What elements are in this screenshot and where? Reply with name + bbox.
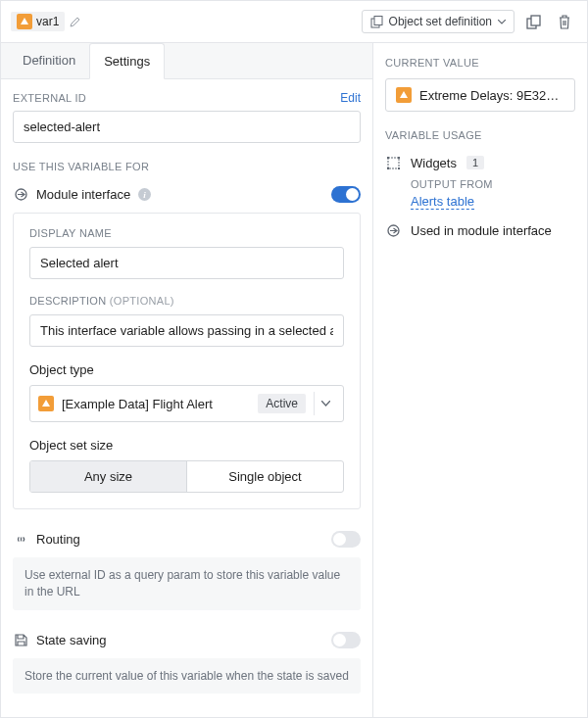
chevron-down-icon (498, 20, 506, 24)
widgets-label: Widgets (411, 156, 457, 170)
display-name-input[interactable] (29, 247, 344, 279)
set-size-single-button[interactable]: Single object (186, 461, 343, 492)
external-id-label: EXTERNAL ID (13, 92, 86, 104)
trash-icon (558, 15, 571, 29)
variable-usage-label: VARIABLE USAGE (385, 129, 575, 141)
set-size-label: Object set size (29, 438, 344, 453)
set-size-any-button[interactable]: Any size (30, 461, 186, 492)
usage-module-row[interactable]: Used in module interface (385, 218, 575, 242)
tabs: Definition Settings (1, 43, 372, 79)
topbar: var1 Object set definition (1, 1, 587, 43)
output-from-label: OUTPUT FROM (411, 178, 575, 190)
duplicate-icon (526, 15, 541, 29)
object-type-status: Active (258, 394, 306, 413)
widgets-count: 1 (466, 156, 484, 169)
routing-label: Routing (36, 532, 80, 547)
external-id-input[interactable] (13, 111, 361, 143)
link-icon (13, 532, 28, 548)
svg-rect-3 (531, 16, 540, 25)
delete-button[interactable] (552, 9, 577, 34)
info-icon[interactable]: i (138, 188, 151, 201)
set-size-segmented: Any size Single object (29, 460, 344, 493)
description-input[interactable] (29, 314, 344, 347)
module-interface-icon (13, 187, 28, 203)
tab-settings[interactable]: Settings (89, 43, 165, 79)
module-interface-card: DISPLAY NAME DESCRIPTION (OPTIONAL) Obje… (13, 213, 361, 509)
current-value-text: Extreme Delays: 9E3285… (419, 88, 564, 103)
right-panel: CURRENT VALUE Extreme Delays: 9E3285… VA… (373, 43, 587, 717)
variable-name: var1 (36, 15, 59, 28)
state-saving-toggle[interactable] (331, 632, 361, 648)
usage-widgets-row[interactable]: Widgets 1 (385, 151, 575, 174)
routing-toggle[interactable] (331, 531, 361, 548)
svg-rect-1 (374, 16, 382, 24)
state-saving-description: Store the current value of this variable… (13, 658, 361, 694)
routing-description: Use external ID as a query param to stor… (13, 557, 361, 610)
use-for-label: USE THIS VARIABLE FOR (13, 161, 361, 172)
display-name-label: DISPLAY NAME (29, 227, 344, 239)
alerts-table-link[interactable]: Alerts table (411, 194, 474, 210)
variable-chip[interactable]: var1 (11, 12, 65, 31)
edit-name-icon[interactable] (69, 15, 82, 28)
edit-external-id-link[interactable]: Edit (340, 91, 361, 105)
settings-panel: EXTERNAL ID Edit USE THIS VARIABLE FOR M… (1, 79, 372, 717)
tab-definition[interactable]: Definition (9, 43, 89, 78)
duplicate-button[interactable] (520, 9, 546, 34)
current-value-box[interactable]: Extreme Delays: 9E3285… (385, 78, 575, 112)
module-interface-toggle[interactable] (331, 186, 361, 203)
alert-icon (17, 14, 32, 29)
current-value-label: CURRENT VALUE (385, 57, 575, 69)
used-in-module-label: Used in module interface (411, 223, 552, 238)
module-interface-label: Module interface (36, 187, 130, 202)
svg-rect-9 (398, 168, 400, 169)
chevron-down-icon[interactable] (314, 392, 337, 415)
left-panel: Definition Settings EXTERNAL ID Edit USE… (1, 43, 373, 717)
svg-rect-8 (387, 168, 389, 169)
object-type-select[interactable]: [Example Data] Flight Alert Active (29, 385, 344, 422)
topbar-left: var1 (11, 12, 82, 31)
svg-rect-6 (387, 157, 389, 159)
svg-rect-5 (388, 158, 399, 168)
object-set-label: Object set definition (389, 15, 492, 28)
object-set-definition-button[interactable]: Object set definition (362, 10, 514, 33)
topbar-right: Object set definition (362, 9, 577, 34)
output-from-section: OUTPUT FROM Alerts table (411, 178, 575, 209)
description-label: DESCRIPTION (OPTIONAL) (29, 295, 344, 307)
object-type-value: [Example Data] Flight Alert (62, 397, 250, 411)
state-saving-label: State saving (36, 633, 107, 647)
bounds-icon (385, 155, 401, 170)
svg-rect-7 (398, 157, 400, 159)
save-icon (13, 632, 28, 647)
copy-icon (370, 16, 383, 28)
module-interface-icon (385, 222, 401, 238)
alert-icon (396, 87, 412, 103)
object-type-label: Object type (29, 362, 344, 377)
alert-icon (38, 396, 54, 411)
